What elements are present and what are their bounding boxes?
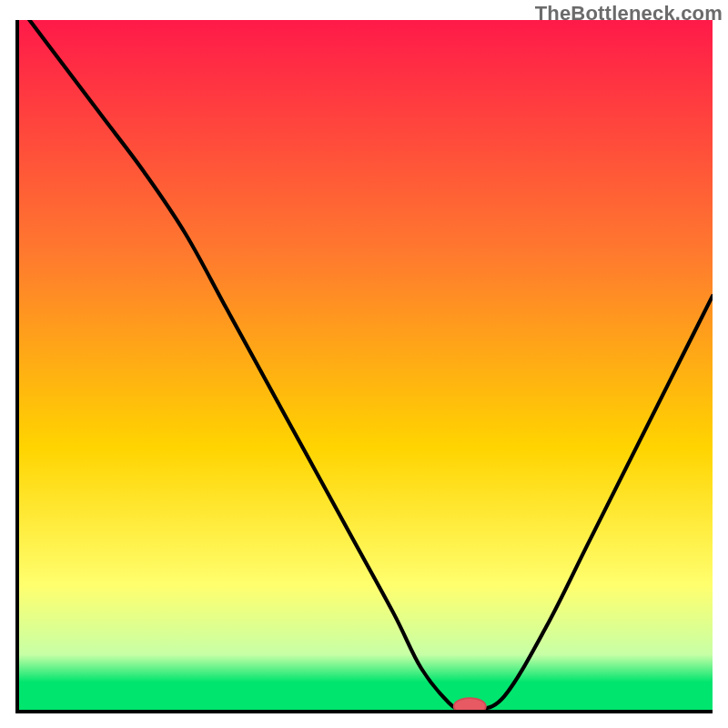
optimum-marker (454, 698, 486, 710)
chart-frame: TheBottleneck.com (0, 0, 728, 728)
bottleneck-chart (19, 20, 713, 710)
plot-area (15, 20, 713, 713)
heat-gradient-bg (19, 20, 713, 710)
